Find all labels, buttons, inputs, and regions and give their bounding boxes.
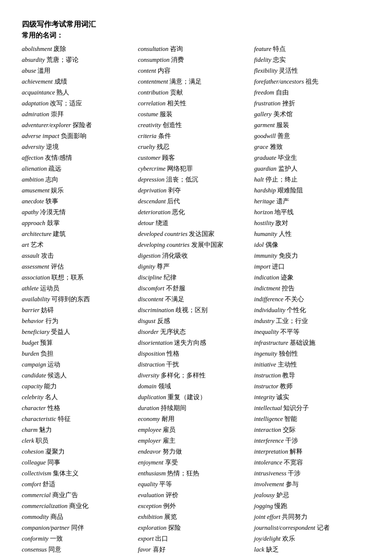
word-english: intelligence	[254, 416, 283, 422]
word-chinese: 雇员	[161, 426, 175, 433]
list-item: comfort 舒适	[22, 479, 138, 489]
word-english: immunity	[254, 252, 277, 259]
word-chinese: 评价	[164, 492, 178, 499]
word-english: detour	[138, 220, 154, 227]
word-english: fidelity	[254, 56, 271, 63]
word-english: lack	[254, 546, 264, 553]
list-item: halt 停止；终止	[254, 175, 370, 185]
list-item: campaign 运动	[22, 360, 138, 370]
column-2: consultation 咨询consumption 消费content 内容c…	[138, 44, 254, 555]
word-chinese: 魅力	[38, 426, 52, 433]
list-item: exhibition 展览	[138, 512, 254, 522]
list-item: ingenuity 独创性	[254, 349, 370, 359]
word-chinese: 职员	[34, 437, 48, 444]
word-chinese: 改写；适应	[48, 100, 82, 107]
word-chinese: 冷漠无情	[39, 209, 66, 216]
word-english: absurdity	[22, 56, 45, 63]
word-chinese: 条件	[157, 133, 171, 139]
list-item: assessment 评估	[22, 262, 138, 272]
list-item: endeavor 努力做	[138, 447, 254, 457]
word-english: indifference	[254, 296, 283, 303]
word-english: endeavor	[138, 448, 161, 455]
word-english: hostility	[254, 220, 274, 227]
list-item: horizon 地平线	[254, 207, 370, 217]
list-item: economy 耐用	[138, 414, 254, 424]
word-english: barrier	[22, 307, 40, 314]
list-item: indifference 不关心	[254, 294, 370, 304]
list-item: creativity 创造性	[138, 120, 254, 130]
word-english: alienation	[22, 165, 47, 172]
list-item: digestion 消化吸收	[138, 251, 254, 261]
word-chinese: 相关性	[166, 100, 186, 107]
word-english: hardship	[254, 187, 276, 194]
word-english: correlation	[138, 100, 166, 107]
list-item: criteria 条件	[138, 131, 254, 141]
word-english: heritage	[254, 198, 275, 205]
word-chinese: 负面影响	[59, 133, 87, 139]
word-english: developing countries	[138, 241, 190, 248]
list-item: barrier 妨碍	[22, 305, 138, 315]
word-english: indictment	[254, 285, 280, 292]
word-chinese: 废除	[52, 46, 66, 52]
word-chinese: 努力做	[161, 448, 182, 455]
list-item: depression 沮丧；低沉	[138, 175, 254, 185]
list-item: ambition 志向	[22, 175, 138, 185]
word-chinese: 反感	[155, 318, 170, 324]
word-chinese: 喜好	[151, 546, 165, 553]
word-chinese: 热情；狂热	[166, 470, 199, 477]
list-item: apathy 冷漠无情	[22, 207, 138, 217]
word-english: conformity	[22, 535, 48, 542]
list-item: developing countries 发展中国家	[138, 240, 254, 250]
word-english: descendant	[138, 198, 166, 205]
word-chinese: 候选人	[46, 372, 67, 379]
list-item: disorder 无序状态	[138, 327, 254, 337]
word-english: clerk	[22, 437, 34, 444]
list-item: affection 友情/感情	[22, 153, 138, 163]
word-english: collectivism	[22, 470, 51, 477]
word-chinese: 运动	[46, 361, 60, 368]
word-english: discontent	[138, 296, 163, 303]
word-chinese: 同事	[46, 459, 60, 466]
word-english: characteristic	[22, 416, 56, 422]
word-chinese: 智能	[283, 416, 297, 422]
word-english: association	[22, 274, 50, 281]
word-english: feature	[254, 46, 271, 52]
word-chinese: 迷失方向感	[173, 339, 206, 346]
list-item: freedom 自由	[254, 88, 370, 97]
word-chinese: 发达国家	[187, 231, 215, 237]
list-item: interference 干涉	[254, 436, 370, 446]
word-chinese: 敌对	[274, 220, 288, 227]
word-english: interpretation	[254, 448, 288, 455]
list-item: amusement 娱乐	[22, 185, 138, 195]
list-item: conformity 一致	[22, 534, 138, 544]
list-item: contentment 满意；满足	[138, 77, 254, 87]
list-item: involvement 参与	[254, 479, 370, 489]
list-item: budget 预算	[22, 338, 138, 348]
word-chinese: 逆境	[44, 143, 59, 150]
list-item: descendant 后代	[138, 196, 254, 206]
word-chinese: 性格	[46, 405, 60, 412]
word-chinese: 个性化	[285, 307, 306, 314]
list-item: immunity 免疫力	[254, 251, 370, 261]
word-english: exhibition	[138, 513, 163, 520]
word-chinese: 美术馆	[271, 111, 292, 118]
word-english: achievement	[22, 78, 52, 85]
list-item: intrusiveness 干涉	[254, 468, 370, 478]
list-item: import 进口	[254, 262, 370, 272]
list-item: capacity 能力	[22, 381, 138, 391]
word-english: journalist/correspondent	[254, 524, 315, 531]
word-chinese: 内容	[156, 67, 171, 74]
list-item: anecdote 轶事	[22, 196, 138, 206]
word-chinese: 探险者	[71, 122, 92, 129]
list-item: distraction 干扰	[138, 360, 254, 370]
word-chinese: 展览	[163, 513, 177, 520]
word-english: deprivation	[138, 187, 167, 194]
word-english: infrastructure	[254, 339, 288, 346]
word-english: beneficiary	[22, 328, 49, 335]
list-item: intolerance 不宽容	[254, 458, 370, 467]
word-english: enthusiasm	[138, 470, 166, 477]
word-english: instruction	[254, 372, 281, 379]
list-item: indication 迹象	[254, 273, 370, 282]
list-item: initiative 主动性	[254, 360, 370, 370]
word-chinese: 贡献	[169, 89, 183, 96]
